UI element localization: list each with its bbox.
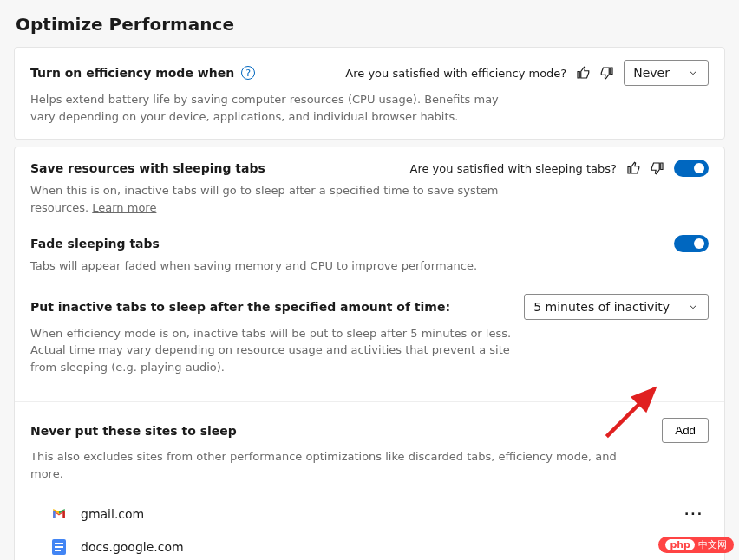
fade-desc: Tabs will appear faded when saving memor… [30, 257, 516, 275]
site-row: gmail.com··· [51, 498, 709, 531]
inactive-desc: When efficiency mode is on, inactive tab… [30, 325, 516, 376]
thumbs-up-icon[interactable] [575, 65, 591, 81]
site-list: gmail.com···docs.google.com···Nnerdschal… [15, 496, 724, 560]
site-favicon-icon [51, 506, 67, 522]
efficiency-title: Turn on efficiency mode when [30, 66, 234, 80]
efficiency-desc: Helps extend battery life by saving comp… [30, 91, 516, 125]
chevron-down-icon [687, 67, 699, 79]
efficiency-satisfied-label: Are you satisfied with efficiency mode? [345, 67, 566, 80]
watermark-badge: php 中文网 [658, 537, 734, 553]
learn-more-link[interactable]: Learn more [92, 201, 156, 214]
fade-title: Fade sleeping tabs [30, 237, 160, 251]
site-domain: gmail.com [81, 507, 144, 521]
site-favicon-icon [51, 539, 67, 555]
sleeping-toggle[interactable] [674, 160, 709, 177]
thumbs-down-icon[interactable] [599, 65, 615, 81]
fade-toggle[interactable] [674, 235, 709, 252]
help-icon[interactable]: ? [241, 66, 255, 80]
sleeping-card: Save resources with sleeping tabs Are yo… [14, 147, 725, 560]
site-row: docs.google.com··· [51, 531, 709, 560]
sleeping-desc: When this is on, inactive tabs will go t… [30, 182, 516, 216]
inactive-select-value: 5 minutes of inactivity [533, 300, 670, 314]
page-title: Optimize Performance [14, 14, 725, 35]
chevron-down-icon [687, 301, 699, 313]
sleeping-satisfied-label: Are you satisfied with sleeping tabs? [410, 162, 617, 175]
watermark-cn: 中文网 [698, 538, 727, 551]
inactive-select[interactable]: 5 minutes of inactivity [524, 294, 709, 320]
thumbs-down-icon[interactable] [650, 160, 665, 176]
sleeping-title: Save resources with sleeping tabs [30, 161, 265, 175]
add-button[interactable]: Add [662, 418, 709, 443]
exclude-desc: This also excludes sites from other perf… [30, 448, 638, 482]
inactive-title: Put inactive tabs to sleep after the spe… [30, 300, 450, 314]
efficiency-select[interactable]: Never [624, 60, 709, 86]
efficiency-card: Turn on efficiency mode when ? Are you s… [14, 47, 725, 140]
efficiency-select-value: Never [633, 66, 670, 80]
more-options-button[interactable]: ··· [679, 507, 709, 521]
thumbs-up-icon[interactable] [625, 160, 641, 176]
watermark-php: php [665, 539, 695, 550]
site-domain: docs.google.com [81, 540, 184, 554]
exclude-title: Never put these sites to sleep [30, 424, 237, 438]
